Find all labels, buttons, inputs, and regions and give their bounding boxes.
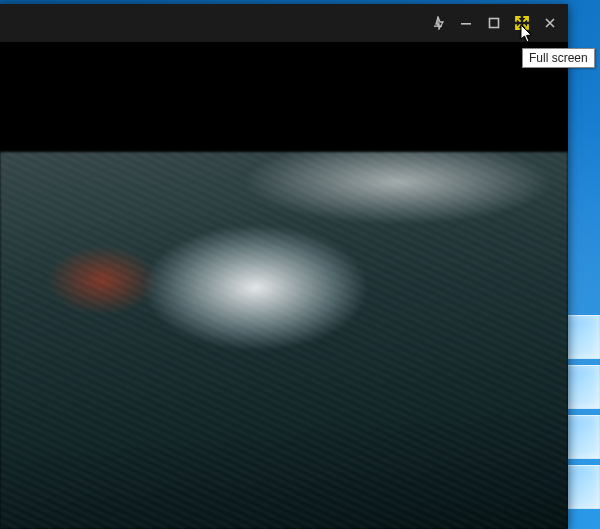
tooltip: Full screen [522,48,595,68]
pin-icon [431,16,445,30]
minimize-icon [459,16,473,30]
svg-rect-3 [490,19,499,28]
video-area[interactable] [0,42,568,529]
media-player-window [0,4,568,529]
close-icon [543,16,557,30]
maximize-icon [487,16,501,30]
svg-rect-0 [437,17,438,26]
fullscreen-button[interactable] [508,9,536,37]
close-button[interactable] [536,9,564,37]
video-texture [0,152,568,529]
svg-rect-2 [461,23,471,25]
svg-rect-1 [434,26,442,27]
desktop: Full screen [0,0,600,529]
video-frame [0,152,568,529]
fullscreen-icon [514,15,530,31]
maximize-button[interactable] [480,9,508,37]
minimize-button[interactable] [452,9,480,37]
pin-button[interactable] [424,9,452,37]
titlebar [0,4,568,42]
tooltip-text: Full screen [529,51,588,65]
